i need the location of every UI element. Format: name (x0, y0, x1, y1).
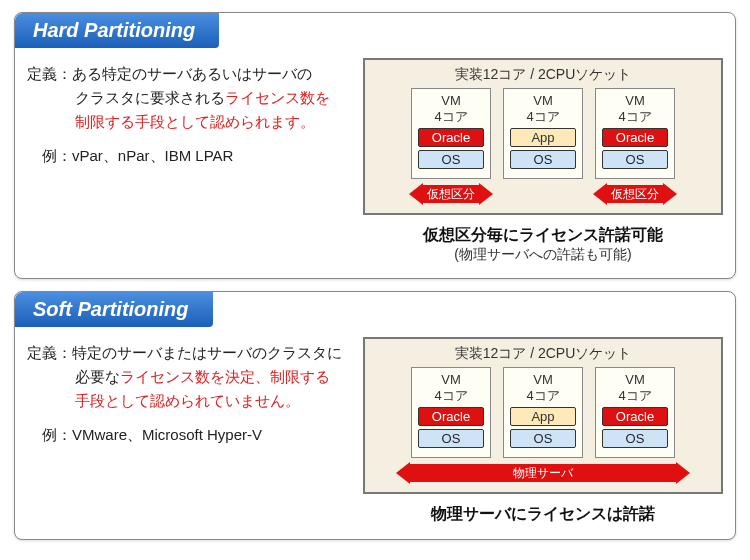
oracle-box: Oracle (602, 407, 668, 426)
soft-definition: 定義：特定のサーバまたはサーバのクラスタに 必要なライセンス数を決定、制限する … (27, 341, 347, 413)
soft-def-line1: 定義：特定のサーバまたはサーバのクラスタに (27, 344, 342, 361)
os-box: OS (602, 429, 668, 448)
soft-vm-1: VM4コア Oracle OS (411, 367, 491, 458)
hard-def-line1: 定義：ある特定のサーバあるいはサーバの (27, 65, 312, 82)
os-box: OS (418, 150, 484, 169)
hard-partitioning-panel: Hard Partitioning 定義：ある特定のサーバあるいはサーバの クラ… (14, 12, 736, 279)
soft-def-line2b: ライセンス数を決定、制限する (120, 368, 330, 385)
soft-vms: VM4コア Oracle OS VM4コア App OS VM4コア Oracl… (375, 367, 711, 458)
soft-text: 定義：特定のサーバまたはサーバのクラスタに 必要なライセンス数を決定、制限する … (27, 337, 347, 447)
soft-arrow-wrap: 物理サーバ (375, 458, 711, 484)
app-box: App (510, 407, 576, 426)
physical-server-arrow: 物理サーバ (398, 462, 688, 484)
soft-body: 定義：特定のサーバまたはサーバのクラスタに 必要なライセンス数を決定、制限する … (27, 337, 723, 525)
soft-title: Soft Partitioning (15, 292, 213, 327)
hard-vm-2: VM4コア App OS (503, 88, 583, 179)
hard-server-title: 実装12コア / 2CPUソケット (375, 66, 711, 84)
hard-caption-main: 仮想区分毎にライセンス許諾可能 (423, 226, 663, 243)
hard-def-line3: 制限する手段として認められます。 (75, 113, 315, 130)
vm-label: VM4コア (508, 372, 578, 403)
partition-arrow-1: 仮想区分 (411, 183, 491, 205)
hard-definition: 定義：ある特定のサーバあるいはサーバの クラスタに要求されるライセンス数を 制限… (27, 62, 347, 134)
hard-vms: VM4コア Oracle OS VM4コア App OS VM4コア Oracl… (375, 88, 711, 179)
hard-caption: 仮想区分毎にライセンス許諾可能 (物理サーバへの許諾も可能) (363, 225, 723, 264)
oracle-box: Oracle (418, 407, 484, 426)
os-box: OS (418, 429, 484, 448)
hard-example: 例：vPar、nPar、IBM LPAR (27, 144, 347, 168)
soft-example: 例：VMware、Microsoft Hyper-V (27, 423, 347, 447)
partition-arrow-2: 仮想区分 (595, 183, 675, 205)
hard-def-line2a: クラスタに要求される (75, 89, 225, 106)
os-box: OS (602, 150, 668, 169)
soft-server-title: 実装12コア / 2CPUソケット (375, 345, 711, 363)
hard-title: Hard Partitioning (15, 13, 219, 48)
hard-server-box: 実装12コア / 2CPUソケット VM4コア Oracle OS VM4コア … (363, 58, 723, 215)
soft-vm-2: VM4コア App OS (503, 367, 583, 458)
hard-vm-3: VM4コア Oracle OS (595, 88, 675, 179)
soft-diagram: 実装12コア / 2CPUソケット VM4コア Oracle OS VM4コア … (363, 337, 723, 525)
vm-label: VM4コア (508, 93, 578, 124)
vm-label: VM4コア (416, 93, 486, 124)
arrow-spacer (503, 183, 583, 205)
soft-caption-main: 物理サーバにライセンスは許諾 (431, 505, 655, 522)
hard-def-line2b: ライセンス数を (225, 89, 330, 106)
oracle-box: Oracle (418, 128, 484, 147)
soft-def-line3: 手段として認められていません。 (75, 392, 300, 409)
hard-body: 定義：ある特定のサーバあるいはサーバの クラスタに要求されるライセンス数を 制限… (27, 58, 723, 264)
hard-arrows: 仮想区分 仮想区分 (375, 183, 711, 205)
vm-label: VM4コア (600, 93, 670, 124)
hard-caption-sub: (物理サーバへの許諾も可能) (363, 246, 723, 264)
hard-diagram: 実装12コア / 2CPUソケット VM4コア Oracle OS VM4コア … (363, 58, 723, 264)
hard-text: 定義：ある特定のサーバあるいはサーバの クラスタに要求されるライセンス数を 制限… (27, 58, 347, 168)
soft-vm-3: VM4コア Oracle OS (595, 367, 675, 458)
soft-caption: 物理サーバにライセンスは許諾 (363, 504, 723, 525)
soft-partitioning-panel: Soft Partitioning 定義：特定のサーバまたはサーバのクラスタに … (14, 291, 736, 540)
os-box: OS (510, 150, 576, 169)
vm-label: VM4コア (416, 372, 486, 403)
soft-def-line2a: 必要な (75, 368, 120, 385)
vm-label: VM4コア (600, 372, 670, 403)
hard-vm-1: VM4コア Oracle OS (411, 88, 491, 179)
oracle-box: Oracle (602, 128, 668, 147)
soft-server-box: 実装12コア / 2CPUソケット VM4コア Oracle OS VM4コア … (363, 337, 723, 494)
os-box: OS (510, 429, 576, 448)
app-box: App (510, 128, 576, 147)
